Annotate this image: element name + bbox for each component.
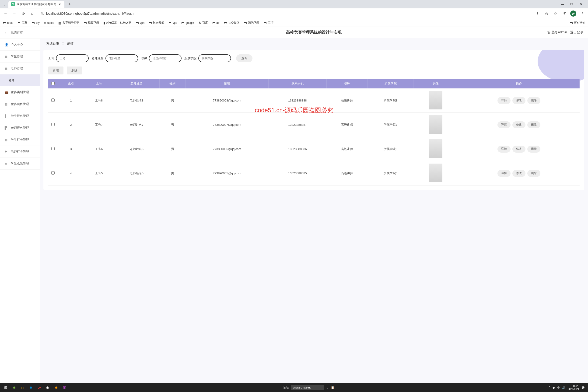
sidebar-item-6[interactable]: ▦竞赛项目管理 <box>0 98 40 110</box>
sidebar-item-9[interactable]: ▦学生打卡管理 <box>0 134 40 146</box>
cell-title: 高级讲师 <box>326 88 368 113</box>
user-label[interactable]: 管理员 admin <box>548 30 567 34</box>
sidebar-label: 学生报名管理 <box>11 114 29 118</box>
detail-button[interactable]: 详情 <box>498 170 510 177</box>
tab-title: 高校竞赛管理系统的设计与实现 <box>17 2 56 6</box>
sidebar-item-2[interactable]: ▦学生管理 <box>0 51 40 62</box>
top-header: 高校竞赛管理系统的设计与实现 管理员 admin 退出登录 <box>40 27 588 38</box>
name-input[interactable] <box>106 54 138 62</box>
bookmark-accounts[interactable]: ▤共享账号密码 <box>58 21 79 25</box>
bookmark-zhanzhang[interactable]: ▮站长工具 - 站长之家 <box>103 21 131 25</box>
delete-row-button[interactable]: 删除 <box>527 170 540 177</box>
cell-title: 高级讲师 <box>326 113 368 137</box>
row-checkbox[interactable] <box>51 147 54 150</box>
bookmark-vps[interactable]: 🗀vps <box>168 21 177 25</box>
row-checkbox[interactable] <box>51 123 54 126</box>
forward-icon[interactable]: → <box>12 11 17 16</box>
sidebar-item-0[interactable]: ⌂系统首页 <box>0 27 40 39</box>
bookmark-baozang[interactable]: 🗀宝藏 <box>17 21 27 25</box>
bookmark-baota[interactable]: 🗀宝塔 <box>264 21 274 25</box>
sidebar-item-7[interactable]: ▌学生报名管理 <box>0 110 40 122</box>
sidebar-item-4[interactable]: 老师 <box>0 74 40 86</box>
bookmark-txy[interactable]: 🗀txy <box>32 21 40 25</box>
delete-row-button[interactable]: 删除 <box>527 121 540 128</box>
bookmark-google[interactable]: 🗀google <box>181 21 194 25</box>
table-row: 1工号8老师姓名8男773890008@qq.com13823888888高级讲… <box>48 88 580 113</box>
delete-row-button[interactable]: 删除 <box>527 97 540 104</box>
edit-button[interactable]: 修改 <box>512 146 526 152</box>
sidebar-item-3[interactable]: ▦老师管理 <box>0 62 40 74</box>
bookmark-baidu[interactable]: ❋百度 <box>198 21 208 25</box>
sidebar-item-10[interactable]: ⚑老师打卡管理 <box>0 146 40 158</box>
cell-email: 773890008@qq.com <box>186 88 268 113</box>
row-checkbox[interactable] <box>51 98 54 102</box>
delete-button[interactable]: 删除 <box>67 66 82 74</box>
row-actions: 详情修改删除 <box>460 121 578 128</box>
bookmark-maxcloud[interactable]: 🗀Max云梯 <box>149 21 164 25</box>
bookmark-source[interactable]: 🗀源码下载 <box>244 21 259 25</box>
zoom-icon[interactable]: ⊖ <box>544 11 549 16</box>
browser-chrome: ⌄ V 高校竞赛管理系统的设计与实现 × + — ☐ ✕ ← → ⟳ ⌂ ⓘ l… <box>0 0 588 27</box>
close-window-icon[interactable]: ✕ <box>578 1 584 8</box>
link-icon: ❋ <box>198 21 201 25</box>
favicon-icon: V <box>11 2 15 6</box>
bookmark-aff[interactable]: 🗀aff <box>212 21 220 25</box>
breadcrumb-home[interactable]: 系统首页 <box>46 42 59 46</box>
add-button[interactable]: 新增 <box>48 66 64 74</box>
menu-icon[interactable]: ⋮ <box>580 11 585 16</box>
college-input[interactable] <box>198 54 231 62</box>
new-tab-button[interactable]: + <box>66 1 73 8</box>
cell-sex: 男 <box>159 113 186 137</box>
bookmark-bar: 🗀tools 🗀宝藏 🗀txy ∞uplod ▤共享账号密码 🗀视频下载 ▮站长… <box>0 19 588 26</box>
gonghao-input[interactable] <box>56 54 89 62</box>
maximize-icon[interactable]: ☐ <box>568 1 575 8</box>
sidebar-item-8[interactable]: ▛老师报名管理 <box>0 122 40 134</box>
select-all-checkbox[interactable] <box>51 82 54 85</box>
cell-phone: 13823888888 <box>268 88 326 113</box>
cell-avatar <box>413 137 458 161</box>
col-header: 联系手机 <box>268 79 326 88</box>
cell-title: 高级讲师 <box>326 161 368 186</box>
minimize-icon[interactable]: — <box>559 1 566 8</box>
browser-tab[interactable]: V 高校竞赛管理系统的设计与实现 × <box>8 1 64 8</box>
cell-idx: 2 <box>58 113 84 137</box>
cell-email: 773890007@qq.com <box>186 113 268 137</box>
star-icon[interactable]: ☆ <box>552 11 558 16</box>
row-checkbox[interactable] <box>51 171 54 174</box>
detail-button[interactable]: 详情 <box>498 97 510 104</box>
cell-email: 773890005@qq.com <box>186 161 268 186</box>
logout-link[interactable]: 退出登录 <box>570 30 583 34</box>
close-icon[interactable]: × <box>58 2 62 6</box>
extension-icon[interactable]: ⧩ <box>562 11 567 16</box>
col-header <box>48 79 58 88</box>
edit-button[interactable]: 修改 <box>512 97 526 104</box>
delete-row-button[interactable]: 删除 <box>527 146 540 152</box>
url-bar[interactable]: ⓘ localhost:8080/springboot9pi7u/admin/d… <box>38 12 532 16</box>
bookmark-social[interactable]: 🗀社交媒体 <box>224 21 240 25</box>
edit-button[interactable]: 修改 <box>512 121 526 128</box>
detail-button[interactable]: 详情 <box>498 146 510 152</box>
title-select[interactable]: 请选择职称⌄ <box>149 54 182 62</box>
detail-button[interactable]: 详情 <box>498 121 510 128</box>
sidebar-item-11[interactable]: ◉学生成果管理 <box>0 158 40 170</box>
bookmark-all[interactable]: 🗀所有书签 <box>570 21 585 25</box>
bookmark-video[interactable]: 🗀视频下载 <box>84 21 99 25</box>
bookmark-tools[interactable]: 🗀tools <box>3 21 13 25</box>
tab-dropdown-icon[interactable]: ⌄ <box>2 2 8 7</box>
profile-avatar[interactable]: W <box>570 10 576 16</box>
cell-name: 老师姓名6 <box>114 137 160 161</box>
folder-icon: 🗀 <box>32 21 35 25</box>
sidebar-item-1[interactable]: 👤个人中心 <box>0 39 40 51</box>
bookmark-uplod[interactable]: ∞uplod <box>44 21 54 25</box>
bookmark-vpn[interactable]: 🗀vpn <box>136 21 144 25</box>
back-icon[interactable]: ← <box>3 11 8 16</box>
edit-button[interactable]: 修改 <box>512 170 526 177</box>
reload-icon[interactable]: ⟳ <box>20 11 26 16</box>
menu-icon: ▦ <box>5 55 8 58</box>
home-icon[interactable]: ⌂ <box>30 11 35 16</box>
cell-college: 所属学院8 <box>368 88 414 113</box>
key-icon[interactable]: ⚿ <box>535 11 540 16</box>
search-button[interactable]: 查询 <box>236 54 252 62</box>
sidebar-item-5[interactable]: 💼竞赛类别管理 <box>0 86 40 98</box>
col-header: 邮箱 <box>186 79 268 88</box>
